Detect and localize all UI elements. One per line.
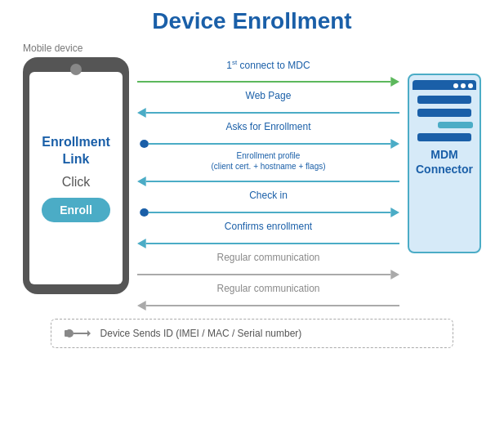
legend-text: Device Sends ID (IMEI / MAC / Serial num… — [100, 328, 302, 339]
svg-marker-20 — [87, 330, 91, 337]
diagram-area: Enrollment Link Click Enroll 1st connect… — [15, 57, 489, 312]
legend-icon — [65, 326, 91, 341]
svg-marker-1 — [390, 77, 399, 87]
mobile-device-label: Mobile device — [23, 42, 83, 54]
arrow-row-7: Regular communication — [137, 250, 399, 281]
mdm-device: MDM Connector — [408, 74, 481, 253]
arrow1-svg — [137, 65, 399, 88]
mdm-top-bar — [413, 80, 476, 90]
svg-marker-17 — [137, 301, 146, 311]
camera-icon — [70, 64, 82, 75]
arrow4-label: Enrollment profile(client cert. + hostna… — [211, 151, 325, 171]
svg-marker-6 — [390, 139, 399, 149]
arrow2-svg — [137, 96, 399, 119]
arrow-row-8: Regular communication — [137, 281, 399, 312]
svg-point-9 — [140, 208, 149, 217]
svg-marker-3 — [137, 108, 146, 118]
enrollment-link-text: Enrollment Link — [42, 134, 110, 168]
mobile-device: Enrollment Link Click Enroll — [23, 57, 129, 294]
arrows-area: 1st connect to MDC Web Page — [137, 57, 399, 312]
mdm-line-3 — [417, 133, 471, 141]
arrow-row-6: Confirms enrollment — [137, 219, 399, 250]
arrow4-svg — [137, 170, 399, 188]
svg-marker-13 — [137, 239, 146, 248]
arrow-row-5: Check in — [137, 188, 399, 219]
arrow7-svg — [137, 258, 399, 281]
arrow-row-3: Asks for Enrollment — [137, 119, 399, 150]
mdm-connector-label: MDM Connector — [416, 147, 473, 177]
svg-marker-15 — [390, 270, 399, 279]
arrow3-svg — [137, 127, 399, 150]
svg-point-4 — [140, 140, 149, 148]
page-title: Device Enrollment — [8, 8, 496, 34]
click-text: Click — [62, 175, 91, 190]
arrow6-svg — [137, 227, 399, 250]
arrow5-svg — [137, 196, 399, 219]
arrow8-svg — [137, 289, 399, 312]
arrow-row-2: Web Page — [137, 88, 399, 119]
mdm-line-1 — [417, 96, 471, 104]
mdm-line-sm — [438, 122, 473, 128]
container: Device Enrollment Mobile device Enrollme… — [0, 0, 504, 438]
svg-rect-21 — [65, 330, 69, 337]
arrow-row-4: Enrollment profile(client cert. + hostna… — [137, 150, 399, 188]
mobile-screen: Enrollment Link Click Enroll — [29, 72, 123, 284]
mdm-line-2 — [417, 109, 471, 117]
mdm-dot-3 — [468, 83, 473, 88]
enroll-button[interactable]: Enroll — [42, 198, 110, 222]
mdm-dot-1 — [453, 83, 458, 88]
legend-box: Device Sends ID (IMEI / MAC / Serial num… — [51, 319, 454, 348]
mdm-dot-2 — [461, 83, 466, 88]
svg-marker-8 — [137, 177, 146, 186]
arrow-row-1: 1st connect to MDC — [137, 57, 399, 88]
svg-marker-11 — [390, 208, 399, 217]
